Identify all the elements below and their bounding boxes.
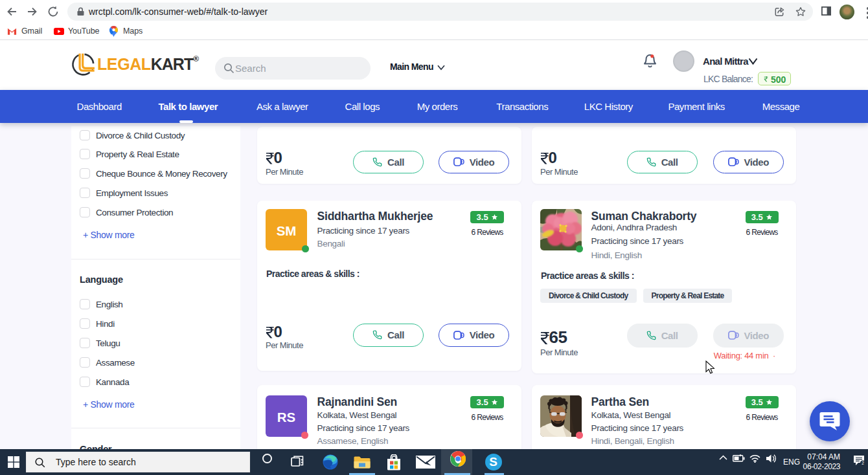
svg-text:2: 2 <box>862 461 864 465</box>
